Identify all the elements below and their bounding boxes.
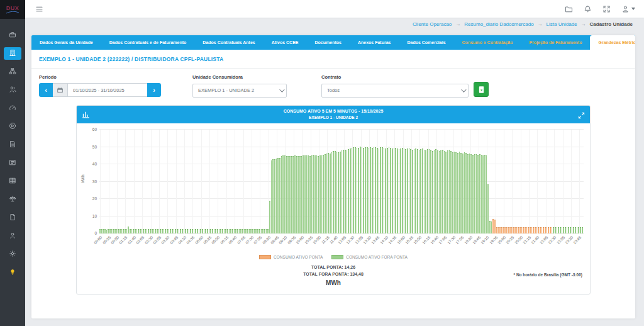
chart-bar [553, 227, 554, 233]
chart-bar [140, 229, 141, 233]
chart-bar [142, 229, 143, 233]
chart-bar [214, 229, 215, 233]
sidebar-item-building[interactable] [4, 47, 21, 60]
consumer-unit-select[interactable]: EXEMPLO 1 - UNIDADE 2 [192, 84, 287, 98]
tab-grandezas-el-tricas[interactable]: Grandezas Elétricas [590, 35, 635, 50]
breadcrumb-item[interactable]: Cliente Operacao [413, 21, 452, 27]
x-tick-label: 07:30 [245, 235, 254, 245]
chart-bar [477, 155, 479, 233]
sidebar-item-table[interactable] [4, 175, 21, 188]
expand-icon[interactable] [602, 5, 611, 13]
chart-bar [237, 229, 238, 233]
chart-bar [476, 154, 477, 233]
folder-icon[interactable] [565, 5, 573, 13]
chart-bar [224, 229, 225, 233]
period-range-input[interactable] [68, 83, 147, 97]
app-logo[interactable]: DUX [0, 0, 25, 19]
plot-wrap: kWh 0102030405060 [77, 123, 590, 233]
logo-swoosh-icon [6, 11, 19, 14]
x-tick-label: 13:45 [371, 235, 380, 245]
x-tick-label: 01:15 [119, 235, 128, 245]
sidebar-item-user[interactable] [4, 230, 21, 242]
contract-select[interactable]: Todos [321, 84, 469, 98]
tab-proje-o-de-faturamento[interactable]: Projeção de Faturamento [521, 35, 590, 50]
chart-bar [282, 155, 284, 233]
chart-bar [157, 229, 158, 233]
breadcrumb-separator: → [538, 21, 543, 27]
chart-bar [189, 229, 190, 233]
sidebar-item-file[interactable] [4, 211, 21, 224]
x-tick-label: 05:00 [194, 235, 204, 245]
legend-label: CONSUMO ATIVO PONTA [274, 255, 323, 259]
chart-bar [514, 227, 516, 233]
chart-bar [109, 229, 111, 233]
x-tick-label: 09:10 [279, 235, 288, 245]
sidebar-item-newspaper[interactable] [4, 157, 21, 169]
chart-bar [570, 227, 571, 233]
totals-unit: MWh [77, 279, 590, 286]
chart-bar [190, 229, 191, 233]
chart-bar [136, 229, 138, 233]
sidebar-item-briefcase[interactable] [4, 29, 21, 42]
tab-dados-contratuais-antes[interactable]: Dados Contratuais Antes [194, 35, 263, 50]
chart-bar [377, 148, 378, 233]
chart-bar [578, 227, 579, 233]
breadcrumb-separator: → [455, 21, 460, 27]
total-fora-value: 134,48 [350, 272, 363, 276]
period-label: Período [39, 74, 161, 80]
tab-ativos-ccee[interactable]: Ativos CCEE [264, 35, 307, 50]
chart-bar [108, 229, 109, 233]
tab-documentos[interactable]: Documentos [307, 35, 350, 50]
chart-bar [467, 154, 469, 234]
sidebar-item-lightbulb[interactable] [4, 266, 21, 279]
chart-bar [245, 229, 247, 233]
sidebar-nav [0, 19, 25, 279]
user-menu-icon[interactable] [621, 5, 635, 13]
tab-consumo-x-contrata-o[interactable]: Consumo x Contratação [454, 35, 521, 50]
sidebar-item-play-circle[interactable] [4, 120, 21, 133]
chart-bar [116, 229, 118, 233]
chart-bar [325, 154, 326, 234]
chart-bar [422, 149, 423, 233]
x-tick-label: 05:50 [211, 235, 221, 245]
chart-bar [427, 149, 428, 233]
chart-bar [323, 155, 324, 233]
chart-bar [419, 150, 420, 233]
chart-bar [519, 227, 521, 233]
chart-bar [104, 229, 106, 233]
chart-bar [573, 227, 574, 233]
x-tick-label: 19:35 [489, 235, 498, 245]
chart-bar [255, 229, 257, 233]
sidebar-item-file-invoice[interactable] [4, 138, 21, 151]
excel-export-button[interactable]: x [474, 82, 489, 97]
chart-bar [420, 149, 421, 233]
x-tick-label: 16:40 [430, 235, 439, 245]
sidebar-item-sitemap[interactable] [4, 65, 21, 78]
chart-bar [169, 229, 170, 233]
expand-chart-icon[interactable] [578, 110, 585, 121]
tab-dados-gerais-da-unidade[interactable]: Dados Gerais da Unidade [31, 35, 101, 50]
chart-bar [200, 229, 201, 233]
sidebar-item-user-group[interactable] [4, 84, 21, 96]
sidebar-item-balance-scale[interactable] [4, 193, 21, 206]
chart-bar [516, 227, 518, 233]
file-icon [9, 212, 16, 223]
tab-dados-comerciais[interactable]: Dados Comerciais [399, 35, 453, 50]
bell-icon[interactable] [584, 5, 592, 13]
y-tick-label: 0 [82, 231, 97, 235]
menu-toggle-icon[interactable] [35, 5, 43, 13]
chart-bar [449, 150, 450, 233]
period-prev-button[interactable]: ‹ [39, 83, 53, 97]
chart-bar [506, 227, 508, 233]
breadcrumb-item[interactable]: Resumo_diario Dadosmercado [464, 21, 533, 27]
sidebar-item-gear[interactable] [4, 248, 21, 261]
sidebar-item-gauge[interactable] [4, 102, 21, 115]
tab-dados-contratuais-e-de-faturamento[interactable]: Dados Contratuais e de Faturamento [101, 35, 195, 50]
tab-anexos-faturas[interactable]: Anexos Faturas [350, 35, 399, 50]
chart-bar [199, 229, 200, 233]
legend-label: CONSUMO ATIVO FORA PONTA [346, 255, 408, 259]
chart-bar [330, 154, 331, 233]
breadcrumb-item[interactable]: Lista Unidade [547, 21, 577, 27]
chart-bar [147, 229, 148, 233]
period-next-button[interactable]: › [147, 83, 161, 97]
